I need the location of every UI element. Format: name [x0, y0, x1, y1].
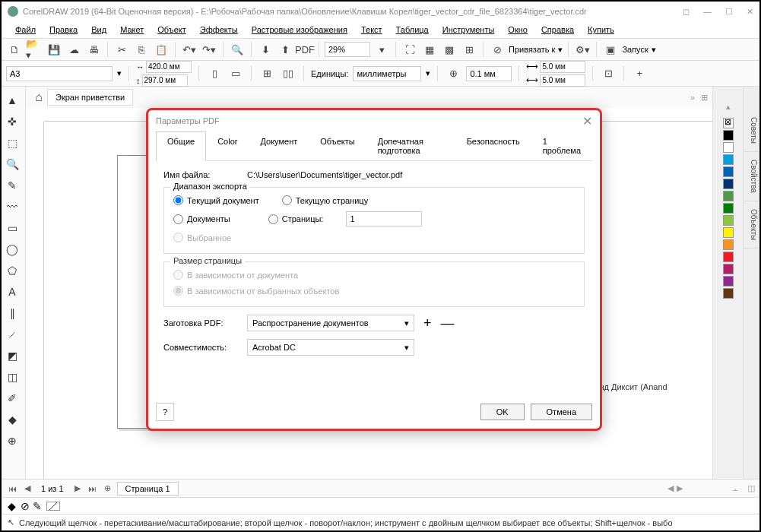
radio-documents[interactable]: Документы — [173, 214, 230, 224]
snap-off-icon[interactable]: ⊘ — [489, 41, 506, 58]
shape-tool-icon[interactable]: ✜ — [2, 111, 23, 132]
save-icon[interactable]: 💾 — [46, 41, 62, 58]
page-add-icon[interactable]: ⊕ — [102, 483, 114, 493]
tab-prepress[interactable]: Допечатная подготовка — [366, 131, 455, 160]
radio-current-document[interactable]: Текущий документ — [173, 195, 259, 205]
dup-x-input[interactable] — [540, 61, 585, 73]
nudge-input[interactable] — [466, 66, 512, 81]
text-tool-icon[interactable]: A — [2, 281, 23, 302]
menu-help[interactable]: Справка — [535, 24, 580, 36]
print-icon[interactable]: 🖶 — [85, 41, 102, 58]
export-icon[interactable]: ⬆ — [277, 41, 293, 58]
snap-dropdown[interactable]: Привязать к ▾ — [509, 45, 563, 55]
outline-pen-icon[interactable]: ⊘ ✎ — [21, 500, 42, 512]
import-icon[interactable]: ⬇ — [257, 41, 274, 58]
help-button[interactable]: ? — [156, 403, 174, 421]
bleed-icon[interactable]: ⊡ — [600, 65, 617, 82]
menu-view[interactable]: Вид — [85, 24, 113, 36]
freehand-tool-icon[interactable]: ✎ — [2, 175, 23, 196]
guides-icon[interactable]: ⊞ — [461, 41, 477, 58]
dialog-close-icon[interactable]: ✕ — [582, 114, 592, 128]
tab-color[interactable]: Color — [206, 131, 249, 160]
color-swatch[interactable] — [723, 130, 734, 141]
page-height-input[interactable] — [142, 74, 188, 87]
color-swatch[interactable] — [723, 276, 734, 287]
page-first-icon[interactable]: ⏮ — [6, 484, 18, 493]
page-prev-icon[interactable]: ◀ — [21, 483, 33, 493]
palette-up-icon[interactable]: ▴ — [726, 102, 731, 112]
artistic-tool-icon[interactable]: 〰 — [2, 196, 23, 217]
cloud-icon[interactable]: ☁ — [65, 41, 82, 58]
tab-issues[interactable]: 1 проблема — [531, 131, 592, 160]
fullscreen-icon[interactable]: ⛶ — [401, 41, 418, 58]
color-swatch[interactable] — [723, 142, 734, 153]
zoom-dropdown-icon[interactable]: ▾ — [373, 41, 390, 58]
undo-icon[interactable]: ↶▾ — [181, 41, 198, 58]
preset-select[interactable]: Распространение документов▾ — [247, 315, 414, 331]
grid-icon[interactable]: ▩ — [441, 41, 458, 58]
pages-input[interactable] — [346, 211, 422, 226]
page-width-input[interactable] — [146, 61, 192, 73]
menu-file[interactable]: Файл — [9, 24, 42, 36]
color-swatch[interactable] — [723, 215, 734, 226]
radio-pages[interactable]: Страницы: — [268, 214, 324, 224]
shadow-tool-icon[interactable]: ◩ — [2, 345, 23, 366]
polygon-tool-icon[interactable]: ⬠ — [2, 260, 23, 281]
hscroll-left-icon[interactable]: ◀ — [667, 483, 674, 493]
crop-tool-icon[interactable]: ⬚ — [2, 132, 23, 154]
search-icon[interactable]: 🔍 — [229, 41, 246, 58]
color-swatch[interactable] — [723, 239, 734, 250]
zoom-tool-icon[interactable]: 🔍 — [2, 154, 23, 175]
rectangle-tool-icon[interactable]: ▭ — [2, 217, 23, 239]
portrait-icon[interactable]: ▯ — [206, 65, 223, 82]
fill-tool-icon[interactable]: ◆ — [2, 409, 23, 430]
color-swatch[interactable] — [723, 227, 734, 238]
menu-bitmaps[interactable]: Растровые изображения — [246, 24, 354, 36]
hscroll-right-icon[interactable]: ▶ — [677, 483, 683, 493]
tab-document[interactable]: Документ — [249, 131, 309, 160]
menu-table[interactable]: Таблица — [390, 24, 435, 36]
paste-icon[interactable]: 📋 — [153, 41, 170, 58]
color-swatch[interactable] — [723, 191, 734, 201]
no-color-swatch[interactable]: ⊠ — [723, 118, 734, 128]
page-tab[interactable]: Страница 1 — [117, 482, 179, 496]
color-swatch[interactable] — [723, 203, 734, 214]
eyedropper-tool-icon[interactable]: ✐ — [2, 388, 23, 409]
user-icon[interactable]: ◻ — [683, 7, 690, 17]
tab-security[interactable]: Безопасность — [455, 131, 531, 160]
all-pages-icon[interactable]: ⊞ — [258, 65, 275, 82]
preset-add-icon[interactable]: + — [423, 315, 432, 331]
menu-buy[interactable]: Купить — [582, 24, 620, 36]
launch-dropdown[interactable]: Запуск ▾ — [622, 45, 655, 55]
align-icon[interactable]: ⫠ — [731, 484, 740, 493]
menu-effects[interactable]: Эффекты — [194, 24, 244, 36]
pick-tool-icon[interactable]: ▲ — [2, 90, 23, 111]
cut-icon[interactable]: ✂ — [113, 41, 130, 58]
color-swatch[interactable] — [723, 252, 734, 262]
maximize-icon[interactable]: ☐ — [725, 7, 733, 17]
page-last-icon[interactable]: ⏭ — [87, 484, 99, 493]
new-icon[interactable]: 🗋 — [6, 41, 23, 58]
page-size-select[interactable] — [6, 66, 113, 81]
units-select[interactable] — [353, 66, 421, 81]
units-dropdown-icon[interactable]: ▾ — [426, 68, 430, 78]
ellipse-tool-icon[interactable]: ◯ — [2, 239, 23, 260]
docker-tab-objects[interactable]: Объекты — [744, 201, 759, 249]
ok-button[interactable]: OK — [480, 404, 525, 420]
cancel-button[interactable]: Отмена — [531, 404, 592, 420]
parallel-tool-icon[interactable]: ∥ — [2, 302, 23, 324]
color-swatch[interactable] — [723, 154, 734, 165]
landscape-icon[interactable]: ▭ — [227, 65, 244, 82]
copy-icon[interactable]: ⎘ — [133, 41, 150, 58]
minimize-icon[interactable]: — — [703, 7, 712, 17]
outline-tool-icon[interactable]: ⊕ — [2, 430, 23, 451]
outline-color-swatch[interactable] — [46, 502, 60, 511]
current-page-icon[interactable]: ▯▯ — [280, 65, 296, 82]
tabs-menu-icon[interactable]: ⊞ — [701, 93, 708, 103]
transparency-tool-icon[interactable]: ◫ — [2, 366, 23, 388]
welcome-tab[interactable]: Экран приветстви — [47, 89, 133, 106]
add-icon[interactable]: + — [631, 65, 648, 82]
menu-layout[interactable]: Макет — [114, 24, 150, 36]
color-swatch[interactable] — [723, 179, 734, 189]
page-size-dropdown-icon[interactable]: ▾ — [117, 68, 122, 78]
